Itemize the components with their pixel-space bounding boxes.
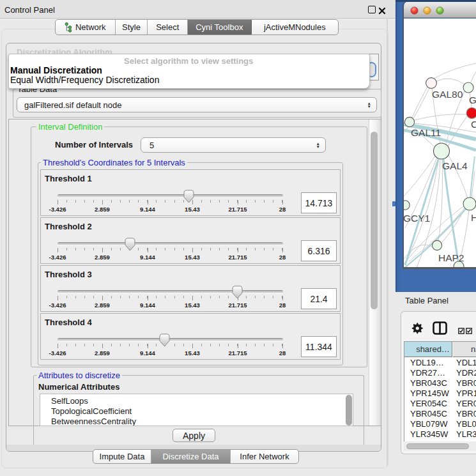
- svg-text:GAL80: GAL80: [432, 89, 463, 100]
- svg-text:GCY1: GCY1: [404, 213, 430, 224]
- svg-text:HA: HA: [471, 212, 476, 223]
- svg-text:GAL4: GAL4: [442, 160, 468, 171]
- svg-text:HAP2: HAP2: [438, 252, 464, 263]
- svg-text:GAL11: GAL11: [411, 127, 441, 138]
- svg-text:CY: CY: [471, 119, 476, 130]
- svg-text:GA: GA: [469, 95, 476, 105]
